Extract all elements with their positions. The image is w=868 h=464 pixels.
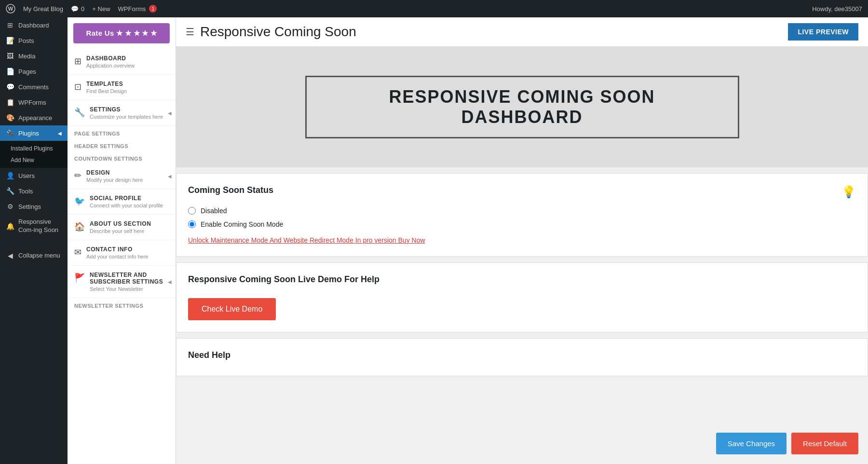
page-title: Responsive Coming Soon: [200, 24, 356, 40]
sidebar-item-media[interactable]: 🖼 Media: [0, 48, 68, 64]
plugin-menu-social-profile[interactable]: 🐦 SOCIAL PROFILE Connect with your socia…: [68, 189, 176, 215]
unlock-link[interactable]: Unlock Maintenance Mode And Website Redi…: [188, 236, 425, 244]
settings-icon: ⚙: [6, 203, 14, 210]
sidebar-item-add-new[interactable]: Add New: [0, 154, 68, 166]
live-demo-card: Responsive Coming Soon Live Demo For Hel…: [176, 262, 868, 332]
radio-group: Disabled Enable Coming Soon Mode: [188, 207, 856, 228]
radio-disabled[interactable]: Disabled: [188, 207, 856, 215]
sidebar-item-tools[interactable]: 🔧 Tools: [0, 183, 68, 199]
plugin-social-title: SOCIAL PROFILE: [90, 195, 163, 202]
sidebar-item-responsive-coming-soon[interactable]: 🔔 Responsive Com-ing Soon: [0, 214, 68, 238]
plugin-social-icon: 🐦: [74, 196, 85, 206]
live-demo-title: Responsive Coming Soon Live Demo For Hel…: [188, 274, 856, 285]
plugin-about-subtitle: Describe your self here: [90, 228, 151, 234]
sidebar-item-pages[interactable]: 📄 Pages: [0, 64, 68, 79]
plugins-submenu: Installed Plugins Add New: [0, 141, 68, 168]
card-header: Coming Soon Status 💡: [188, 185, 856, 203]
radio-enable[interactable]: Enable Coming Soon Mode: [188, 220, 856, 228]
appearance-icon: 🎨: [6, 114, 14, 122]
live-preview-button[interactable]: LIVE PREVIEW: [788, 23, 858, 41]
plugin-dashboard-icon: ⊞: [74, 56, 81, 67]
sidebar-label-posts: Posts: [18, 37, 34, 44]
plugin-settings-subtitle: Customize your templates here: [90, 114, 163, 120]
bottom-actions: Save Changes Reset Default: [716, 433, 858, 454]
plugin-menu-about-us[interactable]: 🏠 ABOUT US SECTION Describe your self he…: [68, 215, 176, 240]
plugin-newsletter-title: NEWSLETTER AND SUBSCRIBER SETTINGS: [90, 272, 169, 285]
content-wrapper: RESPONSIVE COMING SOON DASHBOARD Coming …: [176, 47, 868, 421]
collapse-icon: ◀: [6, 252, 14, 259]
sidebar-label-tools: Tools: [18, 188, 33, 195]
radio-enable-input[interactable]: [188, 220, 196, 228]
comments-icon: 💬: [71, 5, 79, 13]
dashboard-banner-text: RESPONSIVE COMING SOON DASHBOARD: [326, 87, 719, 127]
wpforms-item[interactable]: WPForms 1: [118, 5, 157, 13]
dashboard-icon: ⊞: [6, 21, 14, 29]
plugin-menu-settings[interactable]: 🔧 SETTINGS Customize your templates here: [68, 100, 176, 126]
sidebar-item-dashboard[interactable]: ⊞ Dashboard: [0, 17, 68, 33]
coming-soon-title: Coming Soon Status: [188, 185, 273, 195]
plugin-menu-templates[interactable]: ⊡ TEMPLATES Find Best Design: [68, 75, 176, 100]
sidebar-label-settings: Settings: [18, 203, 41, 210]
site-name-item[interactable]: My Great Blog: [23, 5, 63, 13]
plugin-contact-subtitle: Add your contact info here: [86, 254, 148, 259]
radio-disabled-label: Disabled: [201, 207, 227, 215]
rate-us-button[interactable]: Rate Us ★ ★ ★ ★ ★: [73, 23, 170, 43]
plugin-about-title: ABOUT US SECTION: [90, 220, 151, 227]
admin-bar: W My Great Blog 💬 0 + New WPForms 1 Howd…: [0, 0, 868, 17]
sidebar-item-posts[interactable]: 📝 Posts: [0, 33, 68, 48]
sidebar-label-wpforms: WPForms: [18, 99, 46, 106]
plugin-design-title: DESIGN: [86, 169, 143, 176]
plugin-menu-dashboard[interactable]: ⊞ DASHBOARD Application overview: [68, 49, 176, 75]
sidebar-item-settings[interactable]: ⚙ Settings: [0, 199, 68, 214]
collapse-label: Collapse menu: [18, 252, 60, 259]
wp-logo-item[interactable]: W: [6, 4, 15, 14]
radio-disabled-input[interactable]: [188, 207, 196, 215]
plugin-contact-icon: ✉: [74, 247, 81, 258]
dashboard-banner: RESPONSIVE COMING SOON DASHBOARD: [176, 47, 868, 167]
sidebar-label-pages: Pages: [18, 68, 36, 75]
sidebar-item-appearance[interactable]: 🎨 Appearance: [0, 110, 68, 125]
sidebar-label-comments: Comments: [18, 83, 49, 91]
coming-soon-status-card: Coming Soon Status 💡 Disabled Enable Com…: [176, 173, 868, 257]
sidebar-label-responsive: Responsive Com-ing Soon: [18, 218, 62, 234]
wpforms-nav-icon: 📋: [6, 98, 14, 106]
main-content: ☰ Responsive Coming Soon LIVE PREVIEW RE…: [176, 17, 868, 464]
hamburger-icon[interactable]: ☰: [186, 26, 194, 38]
plugin-menu-contact-info[interactable]: ✉ CONTACT INFO Add your contact info her…: [68, 240, 176, 266]
plugin-templates-title: TEMPLATES: [86, 81, 127, 87]
pages-icon: 📄: [6, 68, 14, 75]
sidebar-item-installed-plugins[interactable]: Installed Plugins: [0, 143, 68, 154]
plugin-menu-newsletter[interactable]: 🚩 NEWSLETTER AND SUBSCRIBER SETTINGS Sel…: [68, 266, 176, 298]
responsive-icon: 🔔: [6, 222, 14, 231]
howdy-text: Howdy, dee35007: [812, 5, 862, 13]
new-item[interactable]: + New: [92, 5, 110, 13]
plugin-templates-icon: ⊡: [74, 82, 81, 92]
main-layout: ⊞ Dashboard 📝 Posts 🖼 Media 📄 Pages 💬 Co…: [0, 17, 868, 464]
plugin-menu-design[interactable]: ✏ DESIGN Modify your design here: [68, 164, 176, 189]
plugin-about-icon: 🏠: [74, 221, 85, 232]
reset-default-button[interactable]: Reset Default: [791, 433, 858, 454]
installed-plugins-label: Installed Plugins: [11, 145, 53, 152]
sidebar-item-plugins[interactable]: 🔌 Plugins ◀: [0, 125, 68, 141]
save-changes-button[interactable]: Save Changes: [716, 433, 787, 454]
sidebar-collapse-menu[interactable]: ◀ Collapse menu: [0, 248, 68, 263]
plugin-social-subtitle: Connect with your social profile: [90, 203, 163, 208]
countdown-settings-label: COUNTDOWN SETTINGS: [68, 151, 176, 164]
need-help-title: Need Help: [188, 350, 856, 360]
wpforms-badge: 1: [149, 5, 157, 13]
plugin-sidebar: Rate Us ★ ★ ★ ★ ★ ⊞ DASHBOARD Applicatio…: [68, 17, 176, 464]
sidebar-item-comments[interactable]: 💬 Comments: [0, 79, 68, 95]
new-label: + New: [92, 5, 110, 13]
header-settings-label: HEADER SETTINGS: [68, 138, 176, 151]
content-area: RESPONSIVE COMING SOON DASHBOARD Coming …: [176, 47, 868, 464]
sidebar-item-users[interactable]: 👤 Users: [0, 168, 68, 183]
sidebar-item-wpforms[interactable]: 📋 WPForms: [0, 95, 68, 110]
plugin-settings-icon: 🔧: [74, 107, 85, 118]
check-live-demo-button[interactable]: Check Live Demo: [188, 298, 276, 320]
svg-text:W: W: [8, 6, 14, 12]
wpforms-label: WPForms: [118, 5, 146, 13]
media-icon: 🖼: [6, 52, 14, 60]
plugin-dashboard-subtitle: Application overview: [86, 63, 135, 68]
tools-icon: 🔧: [6, 187, 14, 195]
comments-item[interactable]: 💬 0: [71, 5, 84, 13]
